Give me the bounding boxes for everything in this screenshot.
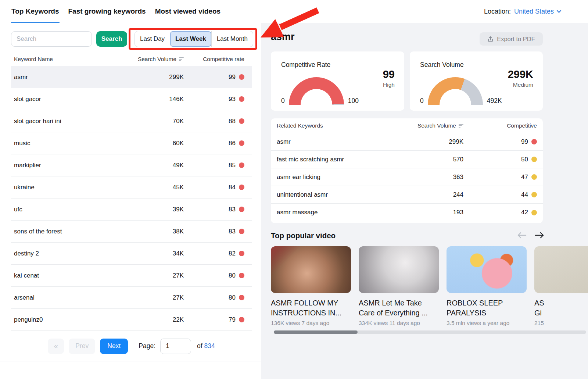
competitive-rate-value: 85 [229, 162, 236, 169]
search-volume-card: Search Volume 0 492K 299K Medium [410, 51, 543, 111]
table-row[interactable]: ufc 39K 83 [11, 199, 252, 221]
search-volume-value: 244 [401, 191, 463, 199]
competitive-rate-dot [239, 229, 244, 234]
keyword-table-header: Keyword Name Search Volume Competitive r… [11, 53, 252, 66]
carousel-next-button[interactable] [534, 231, 545, 241]
carousel-scrollbar-thumb[interactable] [274, 330, 358, 334]
controls-row: Search Last Day Last Week Last Month [11, 31, 253, 47]
table-row[interactable]: penguinz0 22K 79 [11, 309, 252, 331]
col-competitive-rate: Competitive rate [184, 56, 252, 62]
table-row[interactable]: asmr 299K 99 [11, 66, 252, 88]
competitive-rate-dot [239, 273, 244, 278]
competitive-rate-value: 42 [521, 209, 528, 216]
next-page-button[interactable]: Next [100, 339, 128, 354]
keyword-name: fast mic scratching asmr [277, 156, 401, 163]
competitive-rate-dot [531, 174, 537, 180]
video-card[interactable]: ROBLOX SLEEPPARALYSIS 3.5 mln views a ye… [447, 246, 527, 326]
search-volume-value: 27K [121, 272, 184, 279]
related-keyword-row[interactable]: fast mic scratching asmr 570 50 [271, 151, 543, 168]
gauge-level: High [383, 82, 395, 88]
keyword-name: destiny 2 [11, 250, 121, 257]
competitive-rate-dot [239, 162, 244, 168]
competitive-rate-value: 93 [229, 96, 236, 103]
gauge-max-label: 492K [487, 97, 502, 105]
gauge-min-label: 0 [281, 97, 285, 105]
video-title: ASMR Let Me TakeCare of Everything ... [359, 298, 439, 318]
competitive-rate-value: 86 [229, 140, 236, 147]
gauge-level: Medium [508, 82, 533, 88]
keyword-name: penguinz0 [11, 316, 121, 323]
time-filter-group: Last Day Last Week Last Month [135, 31, 253, 47]
table-row[interactable]: ukraine 45K 84 [11, 176, 252, 199]
col-search-volume: Search Volume [417, 122, 456, 129]
col-keyword-name: Keyword Name [11, 56, 121, 62]
related-keyword-row[interactable]: asmr ear licking 363 47 [271, 168, 543, 186]
keyword-name: ukraine [11, 184, 121, 191]
tab-fast-growing-keywords[interactable]: Fast growing keywords [68, 0, 146, 23]
keyword-name: markiplier [11, 162, 121, 169]
col-related-keywords: Related Keywords [277, 122, 401, 129]
table-row[interactable]: slot gacor 146K 93 [11, 88, 252, 110]
sort-descending-icon[interactable] [179, 57, 184, 61]
table-row[interactable]: slot gacor hari ini 70K 88 [11, 110, 252, 132]
video-card[interactable]: ASMR FOLLOW MYINSTRUCTIONS IN... 136K vi… [271, 246, 351, 326]
carousel-scrollbar[interactable] [274, 330, 586, 334]
keyword-name: slot gacor [11, 96, 121, 103]
related-keyword-row[interactable]: unintentional asmr 244 44 [271, 186, 543, 204]
video-thumbnail [447, 246, 527, 293]
search-input[interactable] [11, 31, 92, 47]
search-volume-value: 570 [401, 156, 463, 163]
video-carousel: ASMR FOLLOW MYINSTRUCTIONS IN... 136K vi… [271, 246, 588, 326]
related-keyword-row[interactable]: asmr massage 193 42 [271, 204, 543, 221]
page-number-input[interactable] [160, 339, 191, 354]
keyword-name: kai cenat [11, 272, 121, 279]
video-title: ASGi [534, 298, 588, 318]
video-card[interactable]: ASMR Let Me TakeCare of Everything ... 3… [359, 246, 439, 326]
competitive-rate-value: 99 [521, 138, 528, 146]
competitive-rate-value: 99 [229, 74, 236, 81]
table-row[interactable]: arsenal 27K 80 [11, 287, 252, 309]
location-selector[interactable]: Location: United States [484, 0, 562, 23]
carousel-prev-button[interactable] [516, 231, 527, 241]
video-meta: 3.5 mln views a year ago [447, 320, 527, 326]
table-row[interactable]: music 60K 86 [11, 132, 252, 154]
competitive-rate-gauge [289, 77, 344, 105]
tab-top-keywords[interactable]: Top Keywords [11, 0, 60, 23]
competitive-rate-card: Competitive Rate 0 100 99 High [271, 51, 404, 111]
pagination: « Prev Next Page: of 834 [11, 331, 252, 361]
page-label: Page: [139, 342, 155, 350]
related-keyword-row[interactable]: asmr 299K 99 [271, 133, 543, 151]
competitive-rate-value: 83 [229, 206, 236, 213]
video-meta: 215 [534, 320, 588, 326]
competitive-rate-dot [239, 251, 244, 256]
filter-last-month[interactable]: Last Month [211, 31, 253, 47]
total-pages-link[interactable]: 834 [204, 342, 215, 350]
export-to-pdf-button[interactable]: Export to PDF [480, 32, 543, 46]
keyword-name: ufc [11, 206, 121, 213]
table-row[interactable]: markiplier 49K 85 [11, 154, 252, 176]
search-volume-value: 27K [121, 294, 184, 301]
filter-last-day[interactable]: Last Day [135, 31, 170, 47]
video-title: ASMR FOLLOW MYINSTRUCTIONS IN... [271, 298, 351, 318]
search-button[interactable]: Search [96, 31, 127, 47]
col-search-volume: Search Volume [138, 56, 176, 62]
nav-tabs: Top Keywords Fast growing keywords Most … [11, 0, 221, 23]
prev-page-button[interactable]: Prev [69, 339, 95, 354]
competitive-rate-dot [531, 192, 537, 197]
video-thumbnail [271, 246, 351, 293]
sort-descending-icon[interactable] [459, 124, 463, 128]
first-page-button[interactable]: « [48, 339, 64, 354]
competitive-rate-dot [239, 185, 244, 190]
table-row[interactable]: sons of the forest 38K 83 [11, 221, 252, 243]
filter-last-week[interactable]: Last Week [170, 31, 211, 47]
video-card[interactable]: ASGi 215 [534, 246, 588, 326]
table-row[interactable]: destiny 2 34K 82 [11, 243, 252, 265]
keyword-name: music [11, 140, 121, 147]
gauge-value: 99 [383, 68, 395, 81]
competitive-rate-value: 44 [521, 191, 528, 199]
col-competitive: Competitive [463, 122, 537, 129]
table-row[interactable]: kai cenat 27K 80 [11, 265, 252, 287]
tab-most-viewed-videos[interactable]: Most viewed videos [155, 0, 221, 23]
competitive-rate-dot [239, 118, 244, 124]
competitive-rate-value: 47 [521, 174, 528, 181]
